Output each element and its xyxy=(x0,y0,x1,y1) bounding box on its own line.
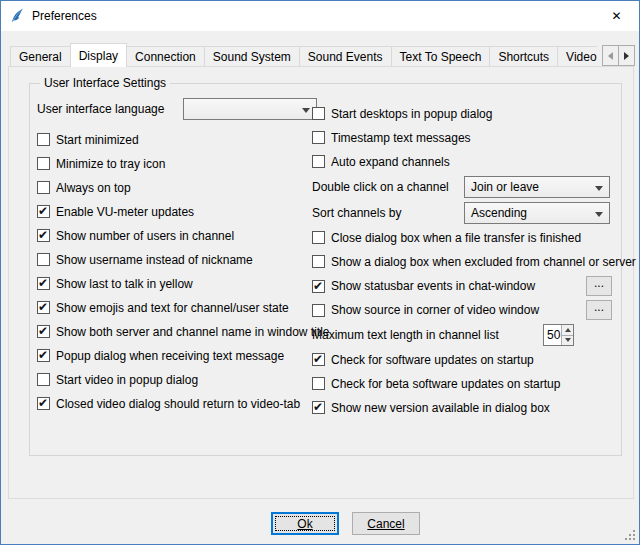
checkbox-label[interactable]: Show last to talk in yellow xyxy=(56,277,193,291)
checkbox-label[interactable]: Enable VU-meter updates xyxy=(56,205,194,219)
sort-channels-dropdown[interactable]: Ascending xyxy=(464,202,610,224)
tab-sound-events[interactable]: Sound Events xyxy=(299,46,392,66)
tab-scroll-right-icon[interactable] xyxy=(618,45,635,66)
checkbox-last-to-talk[interactable] xyxy=(37,277,50,290)
checkbox-label[interactable]: Show both server and channel name in win… xyxy=(56,325,330,339)
row-close-on-transfer[interactable]: Close dialog box when a file transfer is… xyxy=(312,228,617,247)
row-closed-video-return[interactable]: Closed video dialog should return to vid… xyxy=(37,394,317,413)
checkbox-emojis-text-state[interactable] xyxy=(37,301,50,314)
row-auto-expand[interactable]: Auto expand channels xyxy=(312,152,617,171)
row-check-updates[interactable]: Check for software updates on startup xyxy=(312,350,617,369)
resize-grip[interactable] xyxy=(624,529,637,542)
row-video-source-corner[interactable]: Show source in corner of video window ..… xyxy=(312,300,617,320)
checkbox-label[interactable]: Show username instead of nickname xyxy=(56,253,253,267)
checkbox-label[interactable]: Show emojis and text for channel/user st… xyxy=(56,301,289,315)
checkbox-always-on-top[interactable] xyxy=(37,181,50,194)
checkbox-label[interactable]: Start video in popup dialog xyxy=(56,373,198,387)
tab-label: Connection xyxy=(135,50,196,64)
row-show-username[interactable]: Show username instead of nickname xyxy=(37,250,317,269)
ok-button[interactable]: Ok xyxy=(271,512,339,535)
checkbox-closed-video-return[interactable] xyxy=(37,397,50,410)
checkbox-check-updates[interactable] xyxy=(312,353,325,366)
checkbox-label[interactable]: Show source in corner of video window xyxy=(331,303,539,317)
max-length-spinner[interactable]: 50 xyxy=(543,324,574,346)
checkbox-label[interactable]: Closed video dialog should return to vid… xyxy=(56,397,300,411)
checkbox-label[interactable]: Auto expand channels xyxy=(331,155,450,169)
checkbox-show-user-count[interactable] xyxy=(37,229,50,242)
chevron-down-icon xyxy=(302,108,310,113)
tab-label: Text To Speech xyxy=(400,50,482,64)
checkbox-label[interactable]: Show statusbar events in chat-window xyxy=(331,279,535,293)
chevron-down-icon xyxy=(595,212,603,217)
checkbox-new-version-dialog[interactable] xyxy=(312,401,325,414)
checkbox-show-username[interactable] xyxy=(37,253,50,266)
row-show-user-count[interactable]: Show number of users in channel xyxy=(37,226,317,245)
tab-general[interactable]: General xyxy=(10,46,71,66)
max-text-length-label: Maximum text length in channel list xyxy=(312,328,543,342)
row-always-on-top[interactable]: Always on top xyxy=(37,178,317,197)
video-source-more-button[interactable]: ... xyxy=(586,300,612,320)
row-max-text-length: Maximum text length in channel list 50 xyxy=(312,324,617,346)
checkbox-label[interactable]: Show new version available in dialog box xyxy=(331,401,550,415)
checkbox-label[interactable]: Start desktops in popup dialog xyxy=(331,107,492,121)
row-check-beta-updates[interactable]: Check for beta software updates on start… xyxy=(312,374,617,393)
spinner-value[interactable]: 50 xyxy=(544,325,561,345)
spin-up-icon[interactable] xyxy=(562,325,573,336)
checkbox-label[interactable]: Always on top xyxy=(56,181,131,195)
preferences-dialog: Preferences ✕ General Display Connection… xyxy=(0,0,640,545)
checkbox-excluded-dialog[interactable] xyxy=(312,255,325,268)
checkbox-popup-text-message[interactable] xyxy=(37,349,50,362)
language-dropdown[interactable] xyxy=(183,98,317,120)
checkbox-minimize-to-tray[interactable] xyxy=(37,157,50,170)
tab-shortcuts[interactable]: Shortcuts xyxy=(489,46,558,66)
checkbox-start-minimized[interactable] xyxy=(37,133,50,146)
tab-connection[interactable]: Connection xyxy=(126,46,205,66)
user-interface-settings-group: User Interface Settings User interface l… xyxy=(29,83,622,456)
checkbox-vu-meter[interactable] xyxy=(37,205,50,218)
checkbox-desktops-popup[interactable] xyxy=(312,107,325,120)
row-last-to-talk[interactable]: Show last to talk in yellow xyxy=(37,274,317,293)
checkbox-label[interactable]: Show a dialog box when excluded from cha… xyxy=(331,255,636,269)
cancel-button[interactable]: Cancel xyxy=(352,512,420,535)
row-start-minimized[interactable]: Start minimized xyxy=(37,130,317,149)
checkbox-server-channel-title[interactable] xyxy=(37,325,50,338)
tab-video[interactable]: Video xyxy=(557,46,597,66)
row-minimize-to-tray[interactable]: Minimize to tray icon xyxy=(37,154,317,173)
row-timestamp-messages[interactable]: Timestamp text messages xyxy=(312,128,617,147)
checkbox-label[interactable]: Check for beta software updates on start… xyxy=(331,377,560,391)
checkbox-video-popup[interactable] xyxy=(37,373,50,386)
row-video-popup[interactable]: Start video in popup dialog xyxy=(37,370,317,389)
tab-display[interactable]: Display xyxy=(70,43,127,67)
checkbox-timestamp-messages[interactable] xyxy=(312,131,325,144)
statusbar-events-more-button[interactable]: ... xyxy=(586,276,612,296)
row-vu-meter[interactable]: Enable VU-meter updates xyxy=(37,202,317,221)
checkbox-label[interactable]: Minimize to tray icon xyxy=(56,157,165,171)
tab-sound-system[interactable]: Sound System xyxy=(204,46,300,66)
row-emojis-text-state[interactable]: Show emojis and text for channel/user st… xyxy=(37,298,317,317)
tab-text-to-speech[interactable]: Text To Speech xyxy=(391,46,491,66)
tab-label: Sound System xyxy=(213,50,291,64)
row-statusbar-events[interactable]: Show statusbar events in chat-window ... xyxy=(312,276,617,296)
close-icon[interactable]: ✕ xyxy=(594,1,639,31)
checkbox-label[interactable]: Show number of users in channel xyxy=(56,229,234,243)
titlebar[interactable]: Preferences ✕ xyxy=(1,1,639,31)
checkbox-label[interactable]: Close dialog box when a file transfer is… xyxy=(331,231,581,245)
spin-down-icon[interactable] xyxy=(562,336,573,346)
tab-scroll-left-icon[interactable] xyxy=(602,45,619,66)
row-desktops-popup[interactable]: Start desktops in popup dialog xyxy=(312,104,617,123)
checkbox-video-source-corner[interactable] xyxy=(312,304,325,317)
group-title: User Interface Settings xyxy=(40,76,170,90)
checkbox-label[interactable]: Start minimized xyxy=(56,133,139,147)
double-click-dropdown[interactable]: Join or leave xyxy=(464,176,610,198)
checkbox-auto-expand[interactable] xyxy=(312,155,325,168)
checkbox-label[interactable]: Check for software updates on startup xyxy=(331,353,534,367)
checkbox-label[interactable]: Popup dialog when receiving text message xyxy=(56,349,284,363)
checkbox-close-on-transfer[interactable] xyxy=(312,231,325,244)
row-new-version-dialog[interactable]: Show new version available in dialog box xyxy=(312,398,617,417)
row-excluded-dialog[interactable]: Show a dialog box when excluded from cha… xyxy=(312,252,617,271)
row-popup-text-message[interactable]: Popup dialog when receiving text message xyxy=(37,346,317,365)
row-server-channel-title[interactable]: Show both server and channel name in win… xyxy=(37,322,317,341)
checkbox-label[interactable]: Timestamp text messages xyxy=(331,131,471,145)
checkbox-statusbar-events[interactable] xyxy=(312,280,325,293)
checkbox-check-beta-updates[interactable] xyxy=(312,377,325,390)
